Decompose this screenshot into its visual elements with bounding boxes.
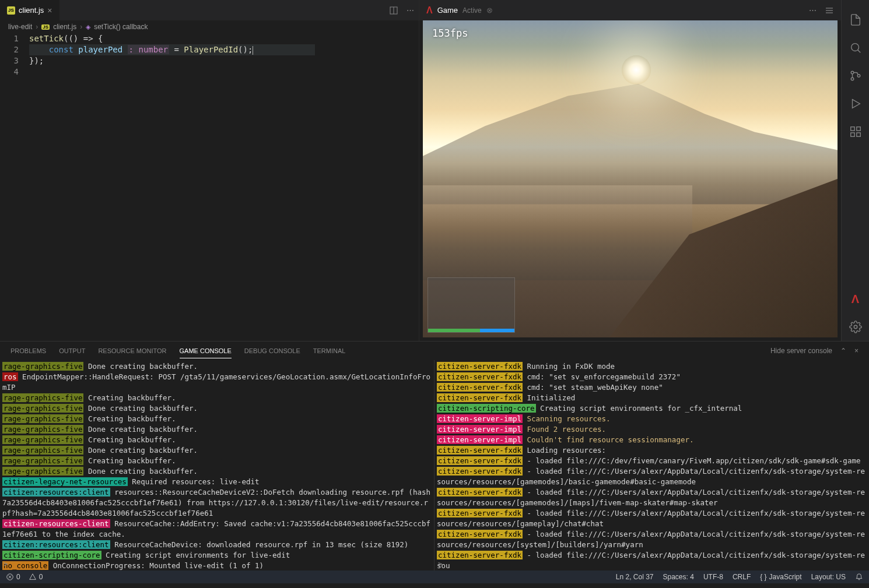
game-tab-status: Active (462, 6, 482, 15)
settings-gear-icon[interactable] (842, 313, 870, 341)
log-text: Scanning resources. (523, 414, 611, 423)
log-tag: citizen-resources-client (2, 519, 110, 528)
log-tag: rage-graphics-five (2, 456, 83, 465)
svg-rect-13 (856, 133, 860, 136)
source-control-icon[interactable] (842, 62, 870, 90)
log-text: cmd: "set steam_webApiKey none" (523, 383, 663, 392)
console-prompt[interactable]: > (3, 559, 8, 569)
code-editor[interactable]: 1 2 3 4 setTick(() => { const playerPed … (0, 33, 419, 341)
svg-point-8 (851, 78, 854, 80)
log-text: EndpointMapper::HandleRequest: POST /gta… (2, 372, 430, 392)
log-tag: citizen-scripting-core (437, 404, 536, 413)
status-language[interactable]: { } JavaScript (760, 573, 801, 581)
log-tag: citizen-server-fxdk (437, 551, 523, 559)
minimap (428, 277, 515, 333)
status-cursor-position[interactable]: Ln 2, Col 37 (616, 573, 654, 581)
log-line: no_console OnConnectionProgress: Mounted… (2, 561, 432, 571)
line-gutter: 1 2 3 4 (0, 33, 29, 341)
log-text: Creating backbuffer. (83, 435, 176, 444)
game-tab-bar: Λ Game Active ⊗ ⋯ (419, 0, 841, 20)
tab-debug-console[interactable]: DEBUG CONSOLE (244, 344, 300, 358)
log-tag: citizen-server-impl (437, 425, 523, 434)
log-line: ros EndpointMapper::HandleRequest: POST … (2, 372, 432, 393)
console-prompt[interactable]: > (438, 559, 443, 569)
tab-game-console[interactable]: GAME CONSOLE (180, 344, 232, 358)
log-tag: rage-graphics-five (2, 435, 83, 444)
log-text: Running in FxDK mode (523, 362, 615, 371)
menu-icon[interactable] (825, 6, 834, 15)
client-console[interactable]: rage-graphics-five Done creating backbuf… (0, 360, 434, 571)
log-line: citizen-server-impl Found 2 resources. (437, 424, 867, 435)
more-icon[interactable]: ⋯ (407, 6, 414, 15)
search-icon[interactable] (842, 34, 870, 62)
log-text: Creating script environments for live-ed… (101, 551, 290, 559)
status-errors[interactable]: 0 (6, 573, 20, 581)
log-text: Couldn't find resource sessionmanager. (523, 435, 694, 444)
svg-rect-11 (850, 127, 854, 131)
log-text: Creating backbuffer. (83, 414, 176, 423)
server-console[interactable]: citizen-server-fxdk Running in FxDK mode… (434, 360, 869, 571)
log-tag: citizen-server-fxdk (437, 383, 523, 392)
breadcrumb-symbol[interactable]: setTick() callback (94, 23, 148, 31)
split-editor-icon[interactable] (389, 6, 398, 15)
svg-point-7 (851, 71, 854, 74)
log-line: citizen-scripting-core Creating script e… (437, 403, 867, 414)
close-panel-icon[interactable]: × (854, 347, 859, 355)
activity-bar: Λ (841, 0, 869, 341)
log-tag: citizen-server-impl (437, 414, 523, 423)
log-line: citizen-server-fxdk - loaded file:///C:/… (437, 508, 867, 529)
game-viewport[interactable]: 153fps (423, 20, 838, 337)
breadcrumb-root[interactable]: live-edit (8, 23, 32, 31)
chevron-up-icon[interactable]: ⌃ (840, 347, 846, 355)
js-file-icon: JS (7, 6, 15, 15)
more-icon[interactable]: ⋯ (809, 6, 817, 15)
fps-counter: 153fps (432, 27, 468, 39)
svg-rect-12 (850, 133, 854, 136)
log-line: citizen-server-fxdk - loaded file:///C:/… (437, 466, 867, 487)
hide-server-console-button[interactable]: Hide server console (770, 347, 832, 355)
log-line: rage-graphics-five Creating backbuffer. (2, 414, 432, 424)
status-encoding[interactable]: UTF-8 (703, 573, 723, 581)
svg-point-15 (854, 325, 857, 329)
tab-resource-monitor[interactable]: RESOURCE MONITOR (98, 344, 166, 358)
log-tag: rage-graphics-five (2, 446, 83, 455)
breadcrumb-file[interactable]: client.js (53, 23, 76, 31)
status-indent[interactable]: Spaces: 4 (663, 573, 694, 581)
log-tag: rage-graphics-five (2, 362, 83, 371)
status-warnings[interactable]: 0 (29, 573, 43, 581)
log-line: rage-graphics-five Done creating backbuf… (2, 466, 432, 477)
tab-output[interactable]: OUTPUT (59, 344, 85, 358)
log-tag: rage-graphics-five (2, 404, 83, 413)
log-line: citizen-server-fxdk - loaded file:///C:/… (437, 529, 867, 550)
pin-icon[interactable]: ⊗ (486, 6, 493, 15)
editor-pane: JS client.js × ⋯ live-edit › JS client.j… (0, 0, 419, 341)
log-line: citizen-server-fxdk cmd: "set sv_enforce… (437, 372, 867, 382)
breadcrumb[interactable]: live-edit › JS client.js › ◈ setTick() c… (0, 20, 419, 33)
log-tag: citizen-server-fxdk (437, 488, 523, 497)
log-tag: citizen-server-fxdk (437, 372, 523, 381)
close-icon[interactable]: × (47, 6, 52, 15)
run-debug-icon[interactable] (842, 90, 870, 118)
panel-tabs: PROBLEMS OUTPUT RESOURCE MONITOR GAME CO… (0, 341, 869, 360)
log-tag: citizen-server-fxdk (437, 530, 523, 538)
status-layout[interactable]: Layout: US (811, 573, 846, 581)
tab-client-js[interactable]: JS client.js × (0, 0, 60, 20)
fivem-logo-icon[interactable]: Λ (842, 285, 870, 313)
log-tag: citizen:resources:client (2, 540, 110, 549)
log-line: citizen-server-fxdk - loaded file:///C:/… (437, 550, 867, 571)
log-line: citizen-legacy-net-resources Required re… (2, 477, 432, 487)
explorer-icon[interactable] (842, 6, 870, 34)
log-text: Creating backbuffer. (83, 393, 176, 402)
log-tag: citizen-server-fxdk (437, 509, 523, 517)
notifications-bell-icon[interactable] (855, 573, 863, 581)
log-line: rage-graphics-five Done creating backbuf… (2, 361, 432, 372)
code-content[interactable]: setTick(() => { const playerPed : number… (29, 33, 419, 341)
svg-marker-10 (852, 100, 860, 108)
bottom-panel: PROBLEMS OUTPUT RESOURCE MONITOR GAME CO… (0, 341, 869, 571)
tab-terminal[interactable]: TERMINAL (313, 344, 346, 358)
tab-problems[interactable]: PROBLEMS (10, 344, 46, 358)
status-eol[interactable]: CRLF (733, 573, 751, 581)
log-text: Initialized (523, 393, 575, 402)
log-text: OnConnectionProgress: Mounted live-edit … (48, 561, 264, 570)
extensions-icon[interactable] (842, 118, 870, 146)
